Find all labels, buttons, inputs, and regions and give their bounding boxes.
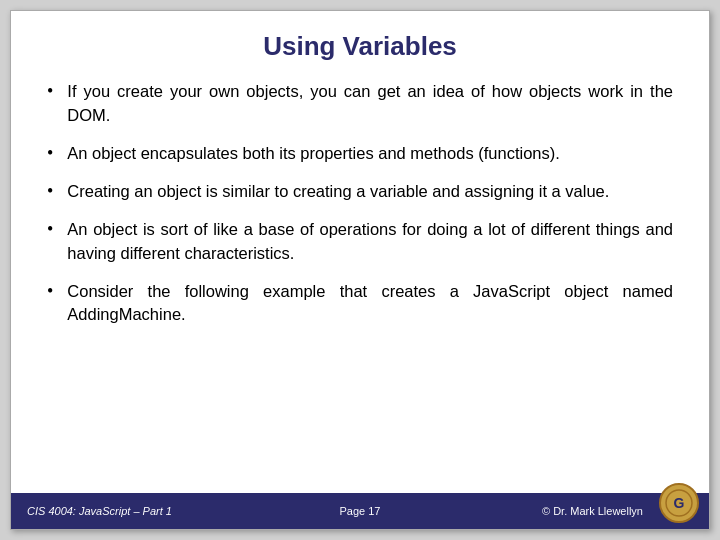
slide: Using Variables •If you create your own … bbox=[10, 10, 710, 530]
bullet-dot-4: • bbox=[47, 219, 53, 240]
bullet-text-2: An object encapsulates both its properti… bbox=[67, 142, 560, 166]
bullet-text-5: Consider the following example that crea… bbox=[67, 280, 673, 328]
slide-content: Using Variables •If you create your own … bbox=[11, 11, 709, 493]
footer-copyright: © Dr. Mark Llewellyn bbox=[542, 505, 643, 517]
svg-text:G: G bbox=[674, 495, 685, 511]
footer-page: Page 17 bbox=[340, 505, 381, 517]
bullet-item-5: •Consider the following example that cre… bbox=[47, 280, 673, 328]
footer-logo: G bbox=[659, 483, 703, 527]
bullet-list: •If you create your own objects, you can… bbox=[47, 80, 673, 483]
bullet-text-1: If you create your own objects, you can … bbox=[67, 80, 673, 128]
logo-icon: G bbox=[664, 488, 694, 518]
slide-footer: CIS 4004: JavaScript – Part 1 Page 17 © … bbox=[11, 493, 709, 529]
bullet-item-4: •An object is sort of like a base of ope… bbox=[47, 218, 673, 266]
bullet-dot-1: • bbox=[47, 81, 53, 102]
logo-circle: G bbox=[659, 483, 699, 523]
bullet-dot-2: • bbox=[47, 143, 53, 164]
bullet-text-4: An object is sort of like a base of oper… bbox=[67, 218, 673, 266]
bullet-item-1: •If you create your own objects, you can… bbox=[47, 80, 673, 128]
bullet-item-2: •An object encapsulates both its propert… bbox=[47, 142, 673, 166]
bullet-item-3: •Creating an object is similar to creati… bbox=[47, 180, 673, 204]
bullet-dot-5: • bbox=[47, 281, 53, 302]
footer-course: CIS 4004: JavaScript – Part 1 bbox=[27, 505, 172, 517]
slide-title: Using Variables bbox=[47, 31, 673, 62]
bullet-text-3: Creating an object is similar to creatin… bbox=[67, 180, 609, 204]
bullet-dot-3: • bbox=[47, 181, 53, 202]
